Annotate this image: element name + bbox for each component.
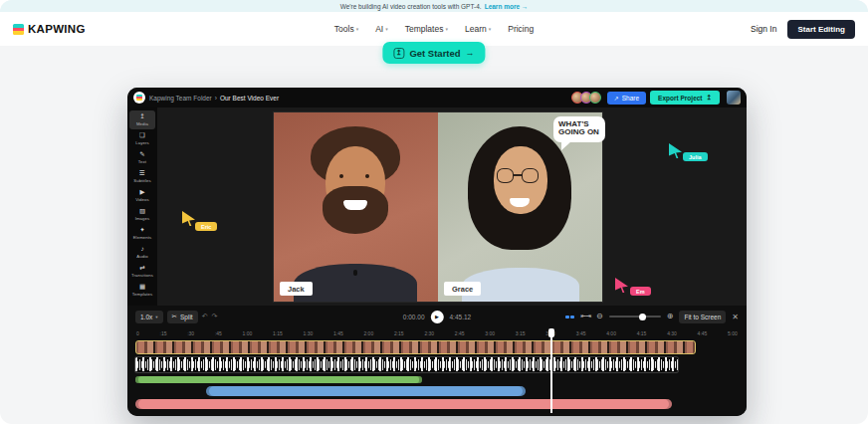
kapwing-logo[interactable]: KAPWING (13, 23, 86, 35)
sidebar-item-subtitles[interactable]: ☰ Subtitles (129, 167, 155, 186)
brand-name: KAPWING (28, 23, 86, 35)
nav-ai[interactable]: AI ▾ (375, 24, 388, 34)
person-beard (323, 186, 388, 234)
chevron-down-icon: ▾ (356, 27, 359, 32)
timeline-zoom-controls: ⇤⇥ ⊖ ⊕ Fit to Screen ✕ (565, 311, 739, 323)
fit-to-screen-button[interactable]: Fit to Screen (679, 311, 726, 323)
person-smile (343, 200, 367, 210)
zoom-out-button[interactable]: ⊖ (596, 313, 603, 320)
share-icon: ↗ (614, 95, 619, 102)
playhead[interactable] (550, 328, 552, 413)
ruler-tick: 3:45 (576, 330, 586, 336)
avatar[interactable] (589, 92, 601, 104)
nav-label: Tools (334, 24, 354, 34)
timeline-ruler[interactable]: 0 :15 :30 :45 1:00 1:15 1:30 1:45 2:00 2… (135, 327, 739, 339)
banner-learn-more-link[interactable]: Learn more → (485, 3, 529, 10)
zoom-in-button[interactable]: ⊕ (667, 313, 674, 320)
subtitles-icon: ☰ (139, 170, 145, 177)
nav-label: Learn (465, 24, 487, 34)
green-clip[interactable] (135, 376, 422, 383)
share-label: Share (622, 95, 639, 102)
fit-playhead-button[interactable]: ⇤⇥ (580, 313, 590, 320)
blue-clip[interactable] (206, 386, 526, 396)
sidebar-item-layers[interactable]: ❏ Layers (129, 129, 155, 148)
images-icon: ▨ (139, 208, 145, 215)
sign-in-link[interactable]: Sign In (751, 24, 776, 34)
upload-icon: ↥ (707, 94, 712, 102)
start-editing-button[interactable]: Start Editing (787, 20, 855, 39)
microphone (353, 270, 357, 276)
breadcrumb: Kapwing Team Folder › Our Best Video Eve… (149, 95, 279, 102)
sidebar-item-videos[interactable]: ▶ Videos (129, 186, 155, 205)
nav-templates[interactable]: Templates ▾ (405, 24, 448, 34)
snap-toggle[interactable] (565, 316, 575, 318)
scissors-icon: ✂ (172, 313, 177, 320)
sidebar-item-audio[interactable]: ♪ Audio (129, 243, 155, 262)
redo-button[interactable]: ↷ (212, 313, 218, 320)
video-panel-jack[interactable]: Jack (274, 112, 438, 302)
editor-body: ↥ Media ❏ Layers ✎ Text ☰ Subtitles ▶ (127, 107, 747, 306)
pink-clip[interactable] (135, 399, 672, 409)
video-canvas: Jack Grace WHAT'S GOING ON (274, 112, 602, 302)
timeline-section: 1.0x ▾ ✂ Split ↶ ↷ 0:00.00 ▶ 4:45.12 ⇤⇥ (127, 306, 747, 416)
upload-icon: ↥ (393, 48, 404, 59)
ruler-tick: 1:00 (243, 330, 253, 336)
sidebar-item-text[interactable]: ✎ Text (129, 148, 155, 167)
collab-cursor-julia (669, 143, 682, 158)
speech-bubble-text-element[interactable]: WHAT'S GOING ON (553, 116, 605, 142)
export-project-button[interactable]: Export Project ↥ (650, 91, 720, 105)
layers-icon: ❏ (139, 132, 145, 139)
sidebar-item-transitions[interactable]: ⇄ Transitions (129, 262, 155, 281)
user-avatar[interactable] (727, 91, 741, 105)
audio-icon: ♪ (140, 246, 143, 253)
sidebar-item-images[interactable]: ▨ Images (129, 205, 155, 224)
sidebar-item-media[interactable]: ↥ Media (129, 110, 155, 129)
kapwing-editor-logo[interactable] (133, 92, 145, 104)
ruler-tick: 2:00 (363, 330, 373, 336)
export-label: Export Project (658, 95, 702, 102)
timeline-tracks (135, 339, 739, 416)
project-title[interactable]: Our Best Video Ever (220, 95, 279, 102)
sidebar-item-templates[interactable]: ▦ Templates (129, 281, 155, 300)
playhead-handle[interactable] (548, 328, 555, 337)
audio-waveform-track[interactable] (135, 357, 678, 372)
collab-cursor-label: Em (630, 287, 651, 296)
breadcrumb-folder[interactable]: Kapwing Team Folder (149, 95, 212, 102)
sidebar-item-elements[interactable]: ✦ Elements (129, 224, 155, 243)
ruler-tick: 2:15 (394, 330, 404, 336)
ruler-tick: 3:15 (516, 330, 526, 336)
speaker-name-tag[interactable]: Jack (280, 282, 313, 296)
sidebar-item-label: Layers (135, 140, 149, 145)
ruler-tick: :45 (215, 330, 222, 336)
video-clip-track[interactable] (135, 340, 696, 354)
editor-window: Kapwing Team Folder › Our Best Video Eve… (127, 88, 747, 416)
timeline-toolbar: 1.0x ▾ ✂ Split ↶ ↷ 0:00.00 ▶ 4:45.12 ⇤⇥ (135, 306, 739, 327)
editor-sidebar: ↥ Media ❏ Layers ✎ Text ☰ Subtitles ▶ (127, 107, 157, 306)
site-header: KAPWING Tools ▾ AI ▾ Templates ▾ Learn ▾… (0, 12, 868, 46)
chevron-down-icon: ▾ (385, 27, 388, 32)
sidebar-item-label: Templates (132, 292, 152, 297)
collab-cursor-em (615, 278, 628, 293)
person-eye (365, 174, 369, 178)
person-eye (339, 174, 343, 178)
nav-learn[interactable]: Learn ▾ (465, 24, 491, 34)
playback-speed-button[interactable]: 1.0x ▾ (135, 311, 163, 323)
share-button[interactable]: ↗ Share (607, 92, 646, 105)
nav-pricing[interactable]: Pricing (508, 24, 534, 34)
play-button[interactable]: ▶ (431, 311, 444, 323)
current-time: 0:00.00 (403, 314, 425, 320)
snap-icon (570, 316, 574, 318)
speech-bubble-tail (561, 141, 571, 150)
main-nav: Tools ▾ AI ▾ Templates ▾ Learn ▾ Pricing (334, 24, 534, 34)
split-button[interactable]: ✂ Split (167, 311, 198, 323)
slider-knob[interactable] (639, 314, 646, 320)
ruler-tick: 4:45 (698, 330, 708, 336)
undo-button[interactable]: ↶ (202, 313, 208, 320)
media-icon: ↥ (139, 113, 144, 120)
nav-tools[interactable]: Tools ▾ (334, 24, 358, 34)
timeline-zoom-slider[interactable] (609, 316, 661, 318)
get-started-button[interactable]: ↥ Get Started → (382, 42, 485, 64)
text-icon: ✎ (139, 151, 144, 158)
speaker-name-tag[interactable]: Grace (444, 282, 481, 296)
close-timeline-icon[interactable]: ✕ (732, 313, 739, 321)
